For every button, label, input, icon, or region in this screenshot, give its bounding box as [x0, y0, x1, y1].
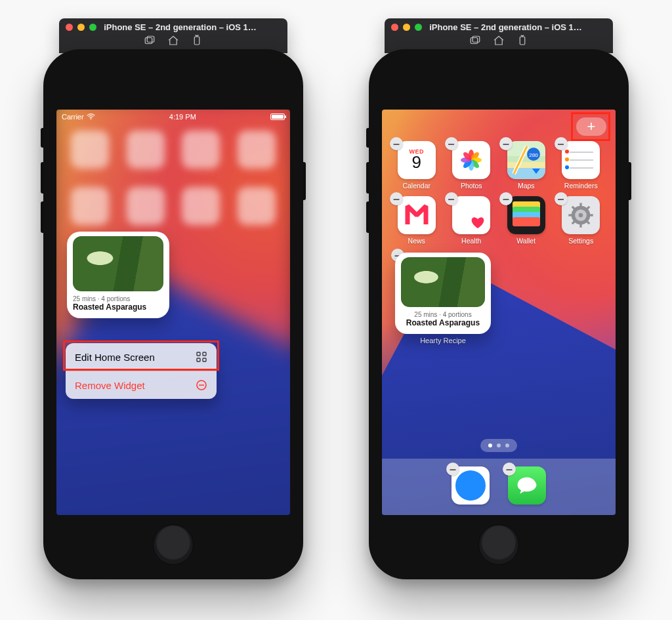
remove-app-icon[interactable]: – — [503, 463, 516, 476]
mute-switch — [366, 128, 369, 148]
svg-line-27 — [587, 207, 589, 209]
volume-down — [366, 201, 369, 233]
page-dot — [497, 444, 501, 447]
svg-line-25 — [572, 207, 575, 209]
widget-title: Roasted Asparagus — [73, 302, 163, 312]
app-news[interactable]: – News — [394, 196, 440, 245]
news-icon — [398, 196, 436, 234]
dock: – – — [382, 459, 616, 515]
page-dot — [505, 444, 509, 447]
phone-frame: Carrier 4:19 PM — [43, 49, 303, 579]
remove-app-icon[interactable]: – — [445, 192, 458, 205]
app-health[interactable]: – Health — [449, 196, 495, 245]
remove-app-icon[interactable]: – — [390, 137, 403, 150]
widget-image — [73, 236, 163, 291]
remove-app-icon[interactable]: – — [499, 137, 513, 150]
svg-line-26 — [587, 221, 589, 224]
page-dot — [488, 444, 492, 447]
clock: 4:19 PM — [95, 113, 270, 121]
svg-rect-2 — [194, 37, 200, 45]
settings-icon — [562, 196, 600, 234]
app-label: Wallet — [503, 237, 549, 245]
home-icon[interactable] — [493, 35, 505, 49]
app-calendar[interactable]: WED 9 – Calendar — [394, 141, 440, 190]
home-icon[interactable] — [167, 35, 179, 49]
svg-point-15 — [565, 150, 569, 154]
svg-rect-5 — [203, 352, 206, 356]
app-label: Reminders — [558, 182, 604, 190]
volume-down — [41, 201, 43, 233]
app-label: Photos — [449, 182, 495, 190]
widget-preview-card[interactable]: 25 mins · 4 portions Roasted Asparagus — [67, 232, 169, 318]
rotate-icon[interactable] — [191, 35, 203, 49]
add-widget-button[interactable]: + — [576, 117, 606, 136]
window-titlebar: iPhone SE – 2nd generation – iOS 1… — [385, 18, 613, 53]
svg-line-28 — [572, 221, 575, 224]
home-button[interactable] — [478, 524, 519, 565]
window-title: iPhone SE – 2nd generation – iOS 1… — [79, 22, 281, 32]
remove-app-icon[interactable]: – — [445, 137, 458, 150]
remove-app-icon[interactable]: – — [555, 137, 568, 150]
app-photos[interactable]: – Photos — [449, 141, 495, 190]
app-wallet[interactable]: – Wallet — [503, 196, 549, 245]
simulator-right: iPhone SE – 2nd generation – iOS 1… — [369, 18, 629, 579]
window-titlebar: iPhone SE – 2nd generation – iOS 1… — [59, 18, 287, 53]
screenshot-icon[interactable] — [469, 35, 481, 49]
svg-point-20 — [579, 213, 583, 218]
app-reminders[interactable]: – Reminders — [558, 141, 604, 190]
widget-title: Roasted Asparagus — [401, 318, 485, 327]
svg-rect-4 — [197, 352, 200, 356]
wallet-icon — [507, 196, 545, 234]
carrier-label: Carrier — [62, 113, 84, 121]
app-label: News — [394, 237, 440, 245]
minus-circle-icon — [196, 379, 207, 391]
photos-icon — [459, 148, 483, 172]
close-window-icon[interactable] — [66, 24, 73, 31]
app-label: Maps — [503, 182, 549, 190]
context-menu: Edit Home Screen Remove Widget — [66, 343, 217, 399]
battery-icon — [270, 114, 285, 120]
power-button — [303, 162, 306, 200]
plus-icon: + — [587, 118, 596, 135]
remove-app-icon[interactable]: – — [390, 192, 403, 205]
svg-text:280: 280 — [529, 152, 538, 158]
maps-icon: 280 — [507, 141, 545, 179]
app-label: Health — [449, 237, 495, 245]
home-button[interactable] — [153, 524, 194, 565]
svg-rect-7 — [203, 358, 206, 362]
app-messages[interactable]: – — [507, 466, 547, 507]
menu-item-label: Edit Home Screen — [75, 352, 155, 363]
svg-rect-6 — [197, 358, 200, 362]
menu-item-label: Remove Widget — [75, 380, 145, 391]
app-safari[interactable]: – — [450, 466, 491, 507]
svg-rect-0 — [145, 38, 152, 44]
remove-app-icon[interactable]: – — [446, 463, 459, 476]
screenshot-icon[interactable] — [144, 35, 156, 49]
app-settings[interactable]: – Settings — [558, 196, 604, 245]
app-maps[interactable]: 280 – Maps — [503, 141, 549, 190]
blurred-home-icons — [68, 131, 278, 225]
window-title: iPhone SE – 2nd generation – iOS 1… — [405, 22, 606, 32]
rotate-icon[interactable] — [516, 35, 528, 49]
phone-screen-left: Carrier 4:19 PM — [56, 110, 290, 515]
remove-app-icon[interactable]: – — [499, 192, 513, 205]
remove-widget-item[interactable]: Remove Widget — [66, 371, 217, 399]
mute-switch — [41, 128, 43, 148]
svg-rect-11 — [472, 36, 480, 42]
remove-app-icon[interactable]: – — [555, 192, 568, 205]
app-label: Calendar — [394, 182, 440, 190]
edit-home-screen-item[interactable]: Edit Home Screen — [66, 343, 217, 371]
page-indicator[interactable] — [480, 439, 517, 452]
apps-grid-icon — [196, 351, 207, 363]
wifi-icon — [87, 114, 95, 120]
health-icon — [452, 196, 490, 234]
phone-screen-right: + WED 9 – Calendar — [382, 110, 616, 515]
close-window-icon[interactable] — [391, 24, 398, 31]
widget-on-home[interactable]: – 25 mins · 4 portions Roasted Asparagus… — [395, 253, 491, 344]
simulator-left: iPhone SE – 2nd generation – iOS 1… — [43, 18, 303, 579]
widget-image — [401, 257, 485, 307]
reminders-icon — [562, 141, 600, 179]
calendar-day: 9 — [412, 152, 421, 173]
svg-point-17 — [565, 165, 569, 169]
svg-point-3 — [90, 118, 91, 119]
